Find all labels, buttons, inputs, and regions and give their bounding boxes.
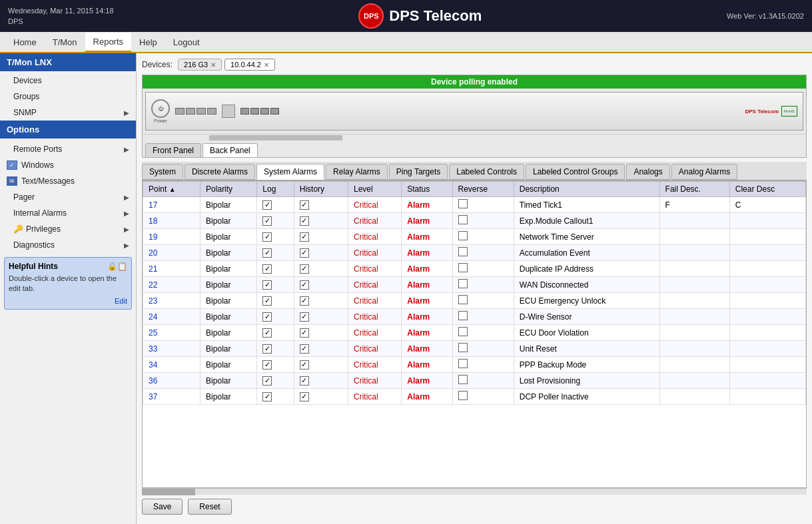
device-tab-216g3[interactable]: 216 G3 ✕	[178, 59, 222, 71]
tab-analogs[interactable]: Analogs	[626, 164, 669, 180]
table-row[interactable]: 19Bipolar✓✓CriticalAlarmNetwork Time Ser…	[143, 229, 806, 245]
sidebar-item-groups[interactable]: Groups	[0, 89, 136, 105]
col-header-status[interactable]: Status	[402, 182, 452, 197]
checkbox-icon[interactable]	[458, 199, 468, 208]
checkbox-icon[interactable]: ✓	[262, 296, 272, 306]
sidebar-item-snmp[interactable]: SNMP ▶	[0, 105, 136, 121]
checkbox-icon[interactable]: ✓	[300, 232, 309, 242]
checkbox-icon[interactable]	[458, 263, 468, 272]
sidebar-item-remote-ports[interactable]: Remote Ports ▶	[0, 141, 136, 157]
col-header-reverse[interactable]: Reverse	[452, 182, 514, 197]
table-row[interactable]: 21Bipolar✓✓CriticalAlarmDuplicate IP Add…	[143, 261, 806, 277]
table-row[interactable]: 36Bipolar✓✓CriticalAlarmLost Provisionin…	[143, 373, 806, 389]
helpful-hints-edit-link[interactable]: Edit	[9, 297, 127, 305]
checkbox-icon[interactable]: ✓	[262, 248, 272, 258]
col-header-polarity[interactable]: Polarity	[201, 182, 257, 197]
tab-relay-alarms[interactable]: Relay Alarms	[326, 164, 388, 180]
device-image-scrollbar[interactable]	[143, 134, 806, 140]
checkbox-icon[interactable]: ✓	[262, 280, 272, 290]
sidebar-item-pager[interactable]: Pager ▶	[0, 189, 136, 205]
checkbox-icon[interactable]	[458, 375, 468, 384]
sidebar-item-diagnostics[interactable]: Diagnostics ▶	[0, 237, 136, 253]
col-header-fail-desc[interactable]: Fail Desc.	[659, 182, 729, 197]
checkbox-icon[interactable]	[458, 231, 468, 240]
col-header-level[interactable]: Level	[348, 182, 401, 197]
col-header-log[interactable]: Log	[257, 182, 294, 197]
checkbox-icon[interactable]: ✓	[300, 280, 309, 290]
reset-button[interactable]: Reset	[188, 499, 231, 515]
tab-system[interactable]: System	[142, 164, 183, 180]
checkbox-icon[interactable]	[458, 279, 468, 288]
checkbox-icon[interactable]	[458, 391, 468, 400]
checkbox-icon[interactable]	[458, 343, 468, 352]
tab-ping-targets[interactable]: Ping Targets	[389, 164, 448, 180]
device-tab-10044[interactable]: 10.0.44.2 ✕	[224, 59, 275, 71]
table-row[interactable]: 25Bipolar✓✓CriticalAlarmECU Door Violati…	[143, 325, 806, 341]
checkbox-icon[interactable]	[458, 311, 468, 320]
checkbox-icon[interactable]	[458, 327, 468, 336]
checkbox-icon[interactable]: ✓	[262, 264, 272, 274]
col-header-description[interactable]: Description	[514, 182, 659, 197]
checkbox-icon[interactable]: ✓	[300, 312, 309, 322]
checkbox-icon[interactable]: ✓	[262, 344, 272, 354]
table-row[interactable]: 37Bipolar✓✓CriticalAlarmDCP Poller Inact…	[143, 389, 806, 405]
tab-analog-alarms[interactable]: Analog Alarms	[671, 164, 737, 180]
device-tab-10044-close-icon[interactable]: ✕	[264, 61, 269, 69]
checkbox-icon[interactable]: ✓	[262, 392, 272, 401]
checkbox-icon[interactable]: ✓	[300, 376, 309, 386]
cell-fail-desc	[659, 357, 729, 373]
table-row[interactable]: 34Bipolar✓✓CriticalAlarmPPP Backup Mode	[143, 357, 806, 373]
cell-status: Alarm	[402, 325, 452, 341]
checkbox-icon[interactable]: ✓	[300, 216, 309, 226]
nav-tmon[interactable]: T/Mon	[45, 33, 85, 51]
checkbox-icon[interactable]: ✓	[300, 200, 309, 210]
tab-labeled-control-groups[interactable]: Labeled Control Groups	[526, 164, 625, 180]
checkbox-icon[interactable]	[458, 247, 468, 256]
tab-labeled-controls[interactable]: Labeled Controls	[449, 164, 524, 180]
save-button[interactable]: Save	[142, 499, 183, 515]
checkbox-icon[interactable]	[458, 215, 468, 224]
panel-tab-front[interactable]: Front Panel	[145, 143, 201, 157]
checkbox-icon[interactable]: ✓	[262, 376, 272, 386]
nav-home[interactable]: Home	[5, 33, 45, 51]
col-header-clear-desc[interactable]: Clear Desc	[729, 182, 805, 197]
sidebar-item-internal-alarms[interactable]: Internal Alarms ▶	[0, 205, 136, 221]
sidebar-item-privileges[interactable]: 🔑Privileges ▶	[0, 221, 136, 237]
table-row[interactable]: 22Bipolar✓✓CriticalAlarmWAN Disconnected	[143, 277, 806, 293]
checkbox-icon[interactable]: ✓	[300, 344, 309, 354]
sidebar-item-text-messages[interactable]: ✉ Text/Messages	[0, 173, 136, 189]
tab-system-alarms[interactable]: System Alarms	[256, 164, 324, 180]
sidebar-item-windows[interactable]: ✓ Windows	[0, 157, 136, 173]
checkbox-icon[interactable]: ✓	[262, 328, 272, 338]
checkbox-icon[interactable]	[458, 295, 468, 304]
nav-help[interactable]: Help	[131, 33, 165, 51]
checkbox-icon[interactable]: ✓	[262, 360, 272, 370]
table-row[interactable]: 18Bipolar✓✓CriticalAlarmExp.Module Callo…	[143, 213, 806, 229]
checkbox-icon[interactable]: ✓	[300, 360, 309, 370]
table-hscrollbar[interactable]	[142, 488, 807, 495]
nav-reports[interactable]: Reports	[85, 33, 132, 52]
checkbox-icon[interactable]: ✓	[262, 232, 272, 242]
table-row[interactable]: 33Bipolar✓✓CriticalAlarmUnit Reset	[143, 341, 806, 357]
table-row[interactable]: 17Bipolar✓✓CriticalAlarmTimed Tick1FC	[143, 197, 806, 213]
checkbox-icon[interactable]: ✓	[262, 312, 272, 322]
checkbox-icon[interactable]: ✓	[300, 248, 309, 258]
table-row[interactable]: 23Bipolar✓✓CriticalAlarmECU Emergency Un…	[143, 293, 806, 309]
checkbox-icon[interactable]: ✓	[262, 216, 272, 226]
col-header-point[interactable]: Point ▲	[143, 182, 201, 197]
tab-discrete-alarms[interactable]: Discrete Alarms	[185, 164, 255, 180]
checkbox-icon[interactable]: ✓	[262, 200, 272, 210]
checkbox-icon[interactable]: ✓	[300, 328, 309, 338]
table-row[interactable]: 24Bipolar✓✓CriticalAlarmD-Wire Sensor	[143, 309, 806, 325]
device-tab-216g3-close-icon[interactable]: ✕	[210, 61, 216, 69]
checkbox-icon[interactable]: ✓	[300, 392, 309, 401]
panel-tab-back[interactable]: Back Panel	[203, 143, 258, 157]
col-header-history[interactable]: History	[294, 182, 348, 197]
checkbox-icon[interactable]: ✓	[300, 296, 309, 306]
nav-logout[interactable]: Logout	[165, 33, 208, 51]
checkbox-icon[interactable]: ✓	[300, 264, 309, 274]
checkbox-icon[interactable]	[458, 359, 468, 368]
sidebar-item-devices[interactable]: Devices	[0, 73, 136, 89]
table-row[interactable]: 20Bipolar✓✓CriticalAlarmAccumulation Eve…	[143, 245, 806, 261]
logo-text: DPS Telecom	[389, 7, 482, 25]
